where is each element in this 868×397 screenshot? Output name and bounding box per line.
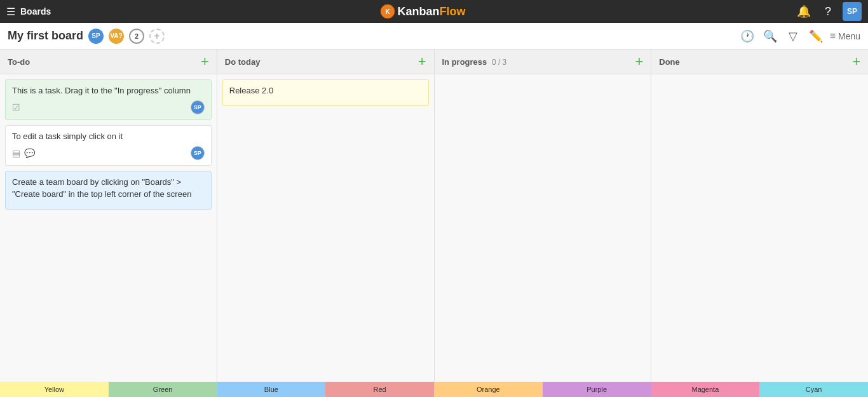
card-todo-3-text: Create a team board by clicking on "Boar… (12, 177, 205, 199)
color-bar-yellow[interactable]: Yellow (0, 382, 109, 397)
note-icon: ▤ (12, 148, 20, 158)
member-avatar-sp[interactable]: SP (88, 29, 104, 44)
card-do-today-1[interactable]: Release 2.0 (222, 79, 429, 106)
board-title: My first board (8, 29, 83, 43)
color-bar-green-label: Green (153, 386, 173, 393)
card-todo-3[interactable]: Create a team board by clicking on "Boar… (5, 171, 212, 209)
member-count-badge: 2 (129, 29, 144, 44)
column-todo-title: To-do (8, 57, 30, 67)
column-done-title: Done (659, 57, 680, 67)
menu-button[interactable]: ≡ Menu (830, 30, 860, 42)
card-todo-2-text: To edit a task simply click on it (12, 131, 205, 142)
column-todo: To-do + This is a task. Drag it to the "… (0, 50, 217, 382)
column-todo-header: To-do + (0, 50, 217, 74)
logo-icon: K (380, 4, 395, 19)
column-in-progress: In progress 0 / 3 + (435, 50, 652, 382)
color-bar-orange[interactable]: Orange (434, 382, 543, 397)
card-todo-1-footer: ☑ SP (12, 100, 205, 114)
board-toolbar: 🕐 🔍 ▽ ✏️ ≡ Menu (738, 27, 860, 45)
column-todo-body: This is a task. Drag it to the "In progr… (0, 74, 217, 382)
filter-icon[interactable]: ▽ (784, 27, 802, 45)
user-avatar-button[interactable]: SP (843, 2, 862, 21)
column-in-progress-body (435, 74, 651, 382)
column-done-body (651, 74, 868, 382)
color-bar-yellow-label: Yellow (44, 386, 64, 393)
member-avatar-va[interactable]: VA? (109, 29, 124, 44)
column-do-today-body: Release 2.0 (217, 74, 434, 382)
logo-kanban: Kanban (398, 5, 440, 18)
menu-lines-icon: ≡ (830, 30, 836, 42)
card-todo-1-avatar: SP (191, 100, 205, 114)
color-bar-purple[interactable]: Purple (543, 382, 651, 397)
checklist-icon: ☑ (12, 102, 20, 112)
column-done-header: Done + (651, 50, 868, 74)
logo-flow: Flow (440, 5, 466, 18)
column-in-progress-count: 0 / 3 (492, 58, 506, 67)
column-done: Done + (651, 50, 868, 382)
color-bar-purple-label: Purple (587, 386, 607, 393)
notification-button[interactable]: 🔔 (794, 2, 813, 21)
column-todo-add-button[interactable]: + (201, 55, 209, 69)
hamburger-icon[interactable]: ☰ (6, 6, 15, 18)
column-in-progress-add-button[interactable]: + (635, 55, 643, 69)
help-button[interactable]: ? (818, 2, 837, 21)
card-todo-1-icons: ☑ (12, 102, 20, 112)
search-icon[interactable]: 🔍 (761, 27, 779, 45)
column-do-today: Do today + Release 2.0 (217, 50, 435, 382)
nav-left: ☰ Boards (6, 6, 51, 18)
column-in-progress-header: In progress 0 / 3 + (435, 50, 651, 74)
card-todo-2-avatar: SP (191, 146, 205, 160)
color-bar-cyan-label: Cyan (806, 386, 822, 393)
boards-label[interactable]: Boards (20, 6, 51, 17)
svg-text:K: K (385, 8, 390, 15)
column-do-today-header: Do today + (217, 50, 434, 74)
column-in-progress-title: In progress (442, 57, 487, 67)
card-todo-1-text: This is a task. Drag it to the "In progr… (12, 85, 205, 97)
card-todo-2-footer: ▤ 💬 SP (12, 146, 205, 160)
nav-center: K KanbanFlow (380, 4, 466, 19)
color-bar-green[interactable]: Green (109, 382, 217, 397)
menu-label: Menu (838, 31, 860, 41)
column-do-today-title: Do today (225, 57, 261, 67)
card-todo-1[interactable]: This is a task. Drag it to the "In progr… (5, 79, 212, 120)
nav-right: 🔔 ? SP (794, 2, 862, 21)
color-bar-magenta[interactable]: Magenta (651, 382, 760, 397)
color-bar-cyan[interactable]: Cyan (759, 382, 868, 397)
card-todo-2-icons: ▤ 💬 (12, 148, 35, 158)
color-bar-blue-label: Blue (264, 386, 278, 393)
comment-icon: 💬 (24, 148, 35, 158)
columns-container: To-do + This is a task. Drag it to the "… (0, 50, 868, 382)
card-todo-2[interactable]: To edit a task simply click on it ▤ 💬 SP (5, 125, 212, 166)
color-bar-magenta-label: Magenta (691, 386, 719, 393)
color-bar-red[interactable]: Red (325, 382, 434, 397)
color-bar-blue[interactable]: Blue (217, 382, 326, 397)
edit-icon[interactable]: ✏️ (807, 27, 825, 45)
column-do-today-add-button[interactable]: + (418, 55, 426, 69)
column-in-progress-title-group: In progress 0 / 3 (442, 57, 507, 67)
card-do-today-1-text: Release 2.0 (229, 85, 422, 97)
color-bar: Yellow Green Blue Red Orange Purple Mage… (0, 382, 868, 397)
color-bar-red-label: Red (374, 386, 386, 393)
column-done-add-button[interactable]: + (852, 55, 860, 69)
color-bar-orange-label: Orange (477, 386, 500, 393)
clock-icon[interactable]: 🕐 (738, 27, 756, 45)
logo-text: KanbanFlow (398, 5, 466, 18)
top-navigation: ☰ Boards K KanbanFlow 🔔 ? SP (0, 0, 868, 23)
add-member-button[interactable]: + (149, 29, 165, 44)
board-header: My first board SP VA? 2 + 🕐 🔍 ▽ ✏️ ≡ Men… (0, 23, 868, 50)
